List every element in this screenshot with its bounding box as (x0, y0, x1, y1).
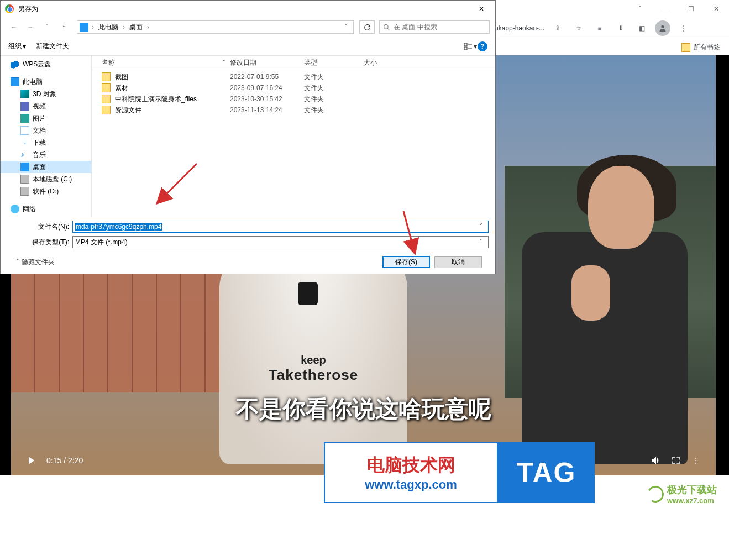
file-date: 2023-09-07 16:24 (230, 84, 304, 92)
hide-folders-toggle[interactable]: ˄ 隐藏文件夹 (16, 258, 55, 267)
file-list-header[interactable]: 名称ˆ 修改日期 类型 大小 (92, 56, 495, 70)
help-button[interactable]: ? (478, 41, 487, 51)
save-button[interactable]: 保存(S) (382, 256, 430, 268)
file-type: 文件夹 (304, 83, 364, 93)
tree-3d-objects[interactable]: 3D 对象 (1, 88, 91, 100)
bookmark-star-icon[interactable]: ☆ (571, 20, 586, 36)
tree-network[interactable]: 网络 (1, 203, 91, 215)
minimize-button[interactable]: ─ (653, 0, 678, 18)
side-panel-icon[interactable]: ◧ (634, 20, 649, 36)
downloads-icon[interactable]: ⬇ (613, 20, 628, 36)
tree-desktop[interactable]: 桌面 (1, 161, 91, 173)
breadcrumb-desktop[interactable]: 桌面 (127, 22, 145, 33)
file-row[interactable]: 资源文件2023-11-13 14:24文件夹 (92, 104, 495, 116)
tree-label: 音乐 (33, 150, 46, 160)
column-name[interactable]: 名称ˆ (102, 58, 230, 67)
file-row[interactable]: 截图2022-07-01 9:55文件夹 (92, 71, 495, 82)
chevron-right-icon: › (123, 23, 125, 31)
dialog-actions: ˄ 隐藏文件夹 保存(S) 取消 (7, 252, 489, 268)
filetype-select[interactable]: MP4 文件 (*.mp4) ˅ (72, 236, 489, 248)
video-time: 0:15 / 2:20 (46, 456, 83, 465)
video-icon (20, 102, 29, 111)
maximize-button[interactable]: ☐ (678, 0, 704, 18)
navigation-tree[interactable]: WPS云盘 此电脑 3D 对象 视频 图片 文档 ↓下载 ♪音乐 桌面 本地磁盘… (1, 56, 92, 217)
tree-videos[interactable]: 视频 (1, 100, 91, 112)
tree-label: 下载 (33, 138, 46, 148)
refresh-button[interactable] (359, 20, 375, 34)
cancel-button[interactable]: 取消 (434, 256, 482, 268)
tree-disk-c[interactable]: 本地磁盘 (C:) (1, 173, 91, 185)
dropdown-caret-icon: ▾ (23, 43, 26, 50)
filetype-row: 保存类型(T): MP4 文件 (*.mp4) ˅ (7, 236, 489, 248)
watermark-title: 电脑技术网 (367, 453, 455, 478)
shirt-print: keep Taketherose (258, 354, 369, 384)
filename-value: mda-pfr37ymc6gc9qzph.mp4 (75, 223, 162, 231)
dropdown-caret-icon[interactable]: ˅ (476, 223, 486, 231)
folder-icon (681, 43, 690, 52)
reading-list-icon[interactable]: ≡ (592, 20, 607, 36)
hide-folders-label: 隐藏文件夹 (22, 258, 55, 267)
chevron-right-icon: › (147, 23, 149, 31)
profile-avatar[interactable] (655, 20, 670, 36)
nav-up-button[interactable]: ↑ (56, 19, 71, 35)
dialog-close-button[interactable]: ✕ (469, 1, 494, 17)
volume-button[interactable] (646, 451, 666, 470)
column-type[interactable]: 类型 (304, 58, 364, 67)
tree-downloads[interactable]: ↓下载 (1, 137, 91, 149)
tree-disk-d[interactable]: 软件 (D:) (1, 185, 91, 197)
column-size[interactable]: 大小 (364, 58, 408, 67)
watermark-url: www.tagxp.com (365, 478, 457, 492)
dialog-toolbar: 组织 ▾ 新建文件夹 ▾ ? (1, 37, 495, 56)
more-options-button[interactable]: ⋮ (686, 451, 706, 470)
disk-icon (20, 187, 29, 196)
jiguang-logo-icon (646, 484, 666, 504)
breadcrumb-dropdown[interactable]: ˅ (341, 23, 351, 31)
chrome-icon (5, 4, 14, 13)
watermark-tag-text: TAG (517, 457, 576, 489)
watermark-jiguang: 极光下载站 www.xz7.com (647, 483, 717, 505)
watermark-left: 电脑技术网 www.tagxp.com (324, 442, 498, 503)
filename-row: 文件名(N): mda-pfr37ymc6gc9qzph.mp4 ˅ (7, 221, 489, 233)
dialog-titlebar[interactable]: 另存为 ✕ (1, 1, 495, 17)
tree-documents[interactable]: 文档 (1, 124, 91, 137)
tree-label: 此电脑 (23, 77, 43, 87)
share-icon[interactable]: ⇪ (550, 20, 565, 36)
fullscreen-button[interactable] (666, 451, 686, 470)
nav-recent-dropdown[interactable]: ˅ (39, 19, 55, 35)
sort-caret-icon: ˆ (223, 59, 225, 67)
search-input[interactable]: 在 桌面 中搜索 (379, 20, 490, 34)
organize-menu[interactable]: 组织 ▾ (8, 41, 26, 51)
tree-pictures[interactable]: 图片 (1, 112, 91, 124)
file-row[interactable]: 素材2023-09-07 16:24文件夹 (92, 82, 495, 93)
close-window-button[interactable]: ✕ (704, 0, 729, 18)
dialog-bottom: 文件名(N): mda-pfr37ymc6gc9qzph.mp4 ˅ 保存类型(… (1, 217, 495, 274)
file-type: 文件夹 (304, 106, 364, 115)
tree-wps-cloud[interactable]: WPS云盘 (1, 58, 91, 70)
tree-this-pc[interactable]: 此电脑 (1, 76, 91, 88)
column-date[interactable]: 修改日期 (230, 58, 304, 67)
filename-input[interactable]: mda-pfr37ymc6gc9qzph.mp4 ˅ (72, 221, 489, 233)
breadcrumb-pc[interactable]: 此电脑 (96, 22, 120, 33)
nav-back-button[interactable]: ← (6, 19, 22, 35)
organize-label: 组织 (8, 41, 22, 51)
jiguang-cn: 极光下载站 (667, 483, 717, 496)
cloud-icon (11, 60, 19, 69)
new-folder-button[interactable]: 新建文件夹 (36, 41, 69, 51)
file-row[interactable]: 中科院院士演示隐身术_files2023-10-30 15:42文件夹 (92, 93, 495, 104)
filetype-label: 保存类型(T): (7, 238, 72, 247)
file-list[interactable]: 截图2022-07-01 9:55文件夹 素材2023-09-07 16:24文… (92, 70, 495, 217)
all-bookmarks-button[interactable]: 所有书签 (681, 43, 720, 52)
dropdown-caret-icon: ▾ (474, 43, 477, 50)
shirt-line2: Taketherose (258, 367, 369, 384)
nav-forward-button: → (23, 19, 38, 35)
breadcrumb[interactable]: › 此电脑 › 桌面 › ˅ (77, 20, 354, 34)
play-button[interactable] (21, 451, 41, 470)
chrome-menu-icon[interactable]: ⋮ (676, 20, 691, 36)
tree-music[interactable]: ♪音乐 (1, 149, 91, 161)
chrome-toolbar: hkapp-haokan-... ⇪ ☆ ≡ ⬇ ◧ ⋮ (491, 18, 729, 39)
dropdown-caret-icon[interactable]: ˅ (476, 238, 486, 246)
view-mode-button[interactable]: ▾ (463, 40, 478, 53)
chrome-tab-dropdown[interactable]: ˅ (627, 0, 653, 18)
bookmarks-bar: 所有书签 (491, 39, 729, 55)
tree-label: WPS云盘 (23, 60, 51, 69)
